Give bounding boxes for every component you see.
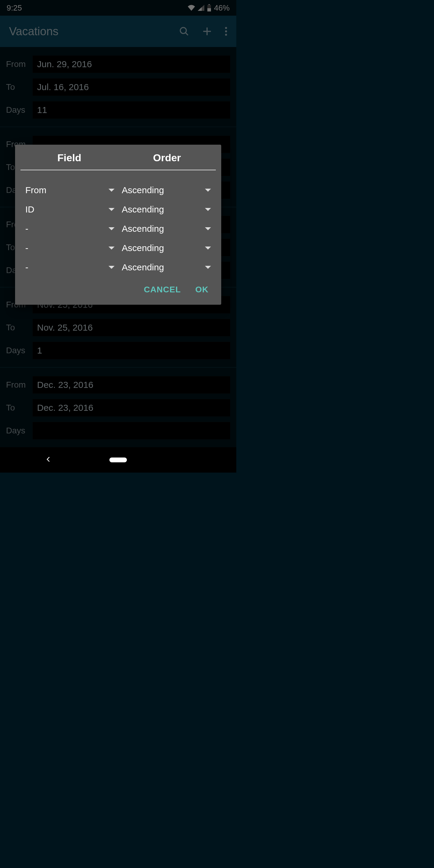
field-dropdown-value: -	[25, 262, 28, 273]
field-dropdown[interactable]: ID	[22, 204, 118, 215]
field-dropdown[interactable]: From	[22, 185, 118, 195]
sort-row: FromAscending	[22, 181, 215, 200]
home-pill[interactable]	[110, 458, 127, 462]
order-dropdown-value: Ascending	[122, 262, 164, 273]
sort-row: -Ascending	[22, 239, 215, 258]
order-dropdown-value: Ascending	[122, 243, 164, 253]
chevron-down-icon	[205, 189, 211, 192]
cancel-button[interactable]: CANCEL	[144, 285, 181, 294]
field-dropdown-value: -	[25, 243, 28, 253]
chevron-down-icon	[108, 266, 115, 269]
order-dropdown[interactable]: Ascending	[118, 204, 215, 215]
chevron-down-icon	[108, 208, 115, 211]
chevron-down-icon	[205, 208, 211, 211]
chevron-down-icon	[205, 227, 211, 230]
ok-button[interactable]: OK	[195, 285, 209, 294]
chevron-down-icon	[205, 247, 211, 250]
header-order: Order	[118, 152, 216, 164]
sort-rows: FromAscendingIDAscending-Ascending-Ascen…	[21, 181, 216, 277]
order-dropdown-value: Ascending	[122, 204, 164, 215]
navigation-bar	[0, 447, 236, 472]
sort-dialog: Field Order FromAscendingIDAscending-Asc…	[15, 145, 221, 305]
order-dropdown-value: Ascending	[122, 224, 164, 234]
field-dropdown[interactable]: -	[22, 224, 118, 234]
field-dropdown[interactable]: -	[22, 243, 118, 253]
chevron-down-icon	[108, 189, 115, 192]
back-icon[interactable]	[45, 456, 52, 464]
chevron-down-icon	[108, 247, 115, 250]
field-dropdown-value: From	[25, 185, 46, 195]
order-dropdown[interactable]: Ascending	[118, 185, 215, 195]
sort-row: -Ascending	[22, 219, 215, 239]
header-field: Field	[21, 152, 118, 164]
field-dropdown[interactable]: -	[22, 262, 118, 273]
order-dropdown[interactable]: Ascending	[118, 243, 215, 253]
order-dropdown[interactable]: Ascending	[118, 262, 215, 273]
chevron-down-icon	[108, 227, 115, 230]
chevron-down-icon	[205, 266, 211, 269]
sort-row: IDAscending	[22, 200, 215, 219]
order-dropdown[interactable]: Ascending	[118, 224, 215, 234]
sort-row: -Ascending	[22, 258, 215, 277]
field-dropdown-value: ID	[25, 204, 34, 215]
order-dropdown-value: Ascending	[122, 185, 164, 195]
dialog-headers: Field Order	[21, 152, 216, 170]
field-dropdown-value: -	[25, 224, 28, 234]
